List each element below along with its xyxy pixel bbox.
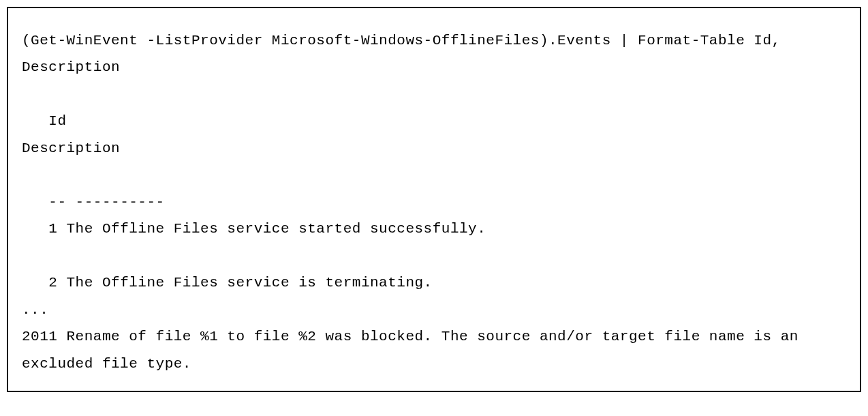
command-line: (Get-WinEvent -ListProvider Microsoft-Wi… bbox=[22, 33, 790, 75]
event-entry-1: 1 The Offline Files service started succ… bbox=[22, 221, 486, 237]
code-block: (Get-WinEvent -ListProvider Microsoft-Wi… bbox=[7, 7, 861, 392]
event-entry-2011: 2011 Rename of file %1 to file %2 was bl… bbox=[22, 329, 807, 371]
divider-line: -- ---------- bbox=[22, 194, 165, 210]
header-description: Description bbox=[22, 140, 120, 156]
event-entry-2: 2 The Offline Files service is terminati… bbox=[22, 275, 433, 291]
header-id: Id bbox=[22, 113, 67, 129]
ellipsis: ... bbox=[22, 302, 48, 318]
